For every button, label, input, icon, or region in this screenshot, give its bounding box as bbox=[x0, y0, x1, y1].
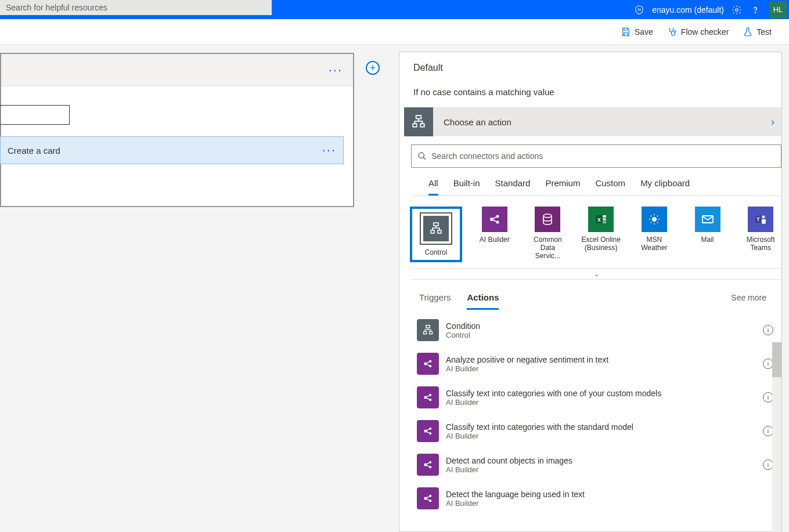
svg-point-2 bbox=[674, 30, 676, 32]
svg-point-0 bbox=[736, 8, 738, 11]
ai-mini-icon bbox=[417, 487, 439, 509]
search-actions-placeholder: Search connectors and actions bbox=[431, 151, 543, 161]
connector-label: Control bbox=[425, 248, 448, 256]
action-sub: AI Builder bbox=[446, 398, 661, 407]
save-icon bbox=[621, 27, 631, 37]
action-title: Classify text into categories with one o… bbox=[446, 389, 661, 398]
control-mini-icon bbox=[417, 319, 439, 341]
flask-icon bbox=[743, 27, 753, 37]
svg-point-39 bbox=[424, 497, 427, 500]
panel-title: Default bbox=[399, 52, 781, 73]
svg-point-19 bbox=[652, 217, 657, 222]
tab-custom[interactable]: Custom bbox=[595, 178, 625, 196]
svg-rect-5 bbox=[420, 124, 424, 126]
avatar[interactable]: HL bbox=[769, 1, 787, 19]
connector-label: Microsoft Teams bbox=[740, 236, 781, 252]
expand-connectors[interactable]: ⌄ bbox=[411, 268, 781, 280]
help-icon[interactable] bbox=[746, 5, 765, 15]
create-card-menu-icon[interactable]: ··· bbox=[322, 143, 336, 158]
tab-all[interactable]: All bbox=[428, 178, 438, 196]
action-detect-language[interactable]: Detect the language being used in text A… bbox=[417, 482, 778, 515]
default-case-panel: Default If no case contains a matching v… bbox=[399, 52, 782, 532]
see-more-link[interactable]: See more bbox=[731, 293, 766, 302]
action-title: Analyze positive or negative sentiment i… bbox=[446, 355, 608, 364]
svg-rect-7 bbox=[434, 223, 438, 226]
svg-point-27 bbox=[424, 363, 427, 365]
action-list: Condition Control i Analyze positive or … bbox=[399, 310, 781, 531]
add-case-button[interactable]: + bbox=[366, 61, 380, 75]
tab-clipboard[interactable]: My clipboard bbox=[640, 178, 690, 196]
switch-card-header: ··· bbox=[1, 54, 353, 86]
action-condition[interactable]: Condition Control i bbox=[417, 313, 778, 347]
create-card-label: Create a card bbox=[8, 146, 60, 155]
svg-rect-16 bbox=[603, 215, 606, 218]
svg-rect-18 bbox=[603, 221, 606, 223]
connector-label: Excel Online (Business) bbox=[580, 236, 622, 252]
action-title: Detect and count objects in images bbox=[446, 456, 572, 465]
ai-mini-icon bbox=[417, 386, 439, 408]
search-actions-input[interactable]: Search connectors and actions bbox=[411, 144, 781, 168]
svg-point-13 bbox=[543, 214, 552, 218]
settings-icon[interactable] bbox=[727, 5, 746, 15]
info-icon[interactable]: i bbox=[763, 325, 773, 335]
control-tile-icon bbox=[423, 216, 449, 241]
connector-cds[interactable]: Common Data Servic... bbox=[527, 207, 569, 262]
tab-triggers[interactable]: Triggers bbox=[419, 292, 451, 308]
ai-builder-icon bbox=[482, 207, 507, 232]
action-classify-custom[interactable]: Classify text into categories with one o… bbox=[417, 381, 778, 414]
case-value-input[interactable] bbox=[0, 105, 70, 125]
svg-point-30 bbox=[424, 396, 427, 399]
connector-mail[interactable]: Mail bbox=[687, 207, 729, 262]
connector-label: AI Builder bbox=[480, 236, 510, 244]
action-sub: AI Builder bbox=[446, 465, 572, 474]
action-classify-standard[interactable]: Classify text into categories with the s… bbox=[417, 414, 778, 448]
save-button[interactable]: Save bbox=[621, 27, 653, 37]
svg-point-23 bbox=[762, 216, 765, 219]
create-card-action[interactable]: Create a card ··· bbox=[0, 136, 344, 164]
card-menu-icon[interactable]: ··· bbox=[329, 63, 343, 78]
flow-checker-button[interactable]: Flow checker bbox=[667, 27, 729, 37]
svg-rect-24 bbox=[426, 325, 430, 328]
test-label: Test bbox=[756, 27, 772, 37]
svg-text:x: x bbox=[597, 216, 601, 223]
action-title: Condition bbox=[446, 321, 480, 331]
svg-point-10 bbox=[490, 218, 493, 221]
action-sentiment[interactable]: Analyze positive or negative sentiment i… bbox=[417, 347, 778, 381]
search-icon bbox=[417, 151, 427, 161]
top-bar: Search for helpful resources enayu.com (… bbox=[0, 0, 789, 19]
tab-standard[interactable]: Standard bbox=[495, 178, 531, 196]
weather-icon bbox=[642, 207, 667, 232]
svg-point-33 bbox=[424, 430, 427, 433]
global-search[interactable]: Search for helpful resources bbox=[0, 0, 272, 15]
test-button[interactable]: Test bbox=[743, 27, 772, 37]
control-icon bbox=[404, 107, 433, 136]
svg-point-6 bbox=[419, 153, 424, 158]
tab-builtin[interactable]: Built-in bbox=[453, 178, 480, 196]
tenant-label[interactable]: enayu.com (default) bbox=[649, 5, 727, 15]
environment-icon[interactable] bbox=[630, 5, 649, 15]
teams-icon: T bbox=[748, 207, 773, 232]
cds-icon bbox=[535, 207, 560, 232]
connector-excel[interactable]: x Excel Online (Business) bbox=[580, 207, 622, 262]
tab-premium[interactable]: Premium bbox=[545, 178, 580, 196]
ai-mini-icon bbox=[417, 454, 439, 476]
scrollbar-thumb[interactable] bbox=[772, 342, 781, 377]
connector-ai-builder[interactable]: AI Builder bbox=[474, 207, 516, 262]
svg-point-1 bbox=[755, 12, 755, 12]
svg-rect-26 bbox=[430, 332, 433, 334]
action-detect-objects[interactable]: Detect and count objects in images AI Bu… bbox=[417, 448, 778, 482]
svg-rect-17 bbox=[603, 218, 606, 220]
action-title: Classify text into categories with the s… bbox=[446, 422, 633, 432]
tab-actions[interactable]: Actions bbox=[467, 292, 499, 310]
command-bar: Save Flow checker Test bbox=[0, 19, 789, 45]
connector-teams[interactable]: T Microsoft Teams bbox=[740, 207, 781, 262]
svg-rect-4 bbox=[413, 124, 417, 126]
choose-action-bar[interactable]: Choose an action › bbox=[404, 107, 781, 136]
connector-control[interactable]: Control bbox=[410, 207, 462, 262]
action-title: Detect the language being used in text bbox=[446, 490, 585, 499]
switch-card[interactable]: ··· Create a card ··· bbox=[0, 53, 354, 207]
ai-mini-icon bbox=[417, 420, 439, 442]
mail-icon bbox=[695, 207, 720, 232]
svg-rect-9 bbox=[438, 230, 441, 233]
connector-msn-weather[interactable]: MSN Weather bbox=[633, 207, 675, 262]
